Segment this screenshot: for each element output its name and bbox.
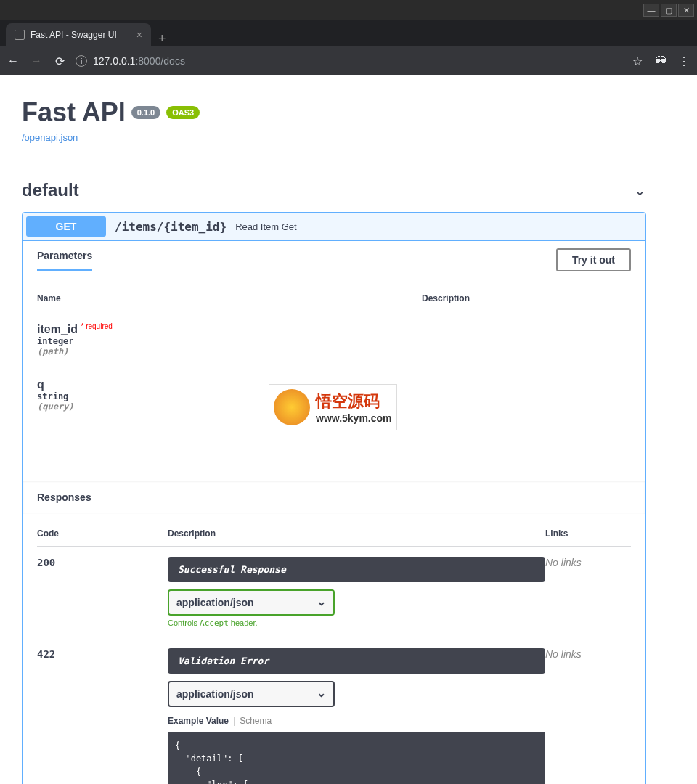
site-info-icon[interactable]: i	[76, 55, 87, 67]
resp-header-code: Code	[37, 528, 168, 539]
param-type: integer	[37, 336, 631, 346]
watermark-text: 悟空源码	[316, 391, 392, 412]
media-type-select[interactable]: application/json	[168, 589, 335, 616]
watermark-overlay: 悟空源码 www.5kym.com	[269, 384, 397, 430]
schema-tab[interactable]: Schema	[240, 716, 272, 726]
param-row: item_id * required integer (path)	[37, 311, 631, 367]
http-method: GET	[26, 216, 106, 237]
response-links: No links	[545, 557, 582, 628]
param-in: (path)	[37, 346, 631, 356]
response-code: 422	[37, 648, 168, 784]
tab-title: Fast API - Swagger UI	[30, 30, 117, 40]
close-window-button[interactable]: ✕	[678, 4, 694, 17]
media-type-value: application/json	[176, 597, 254, 608]
parameters-tab[interactable]: Parameters	[37, 250, 92, 271]
api-title: Fast API 0.1.0 OAS3	[22, 97, 646, 128]
response-row: 422 Validation Error application/json Ex…	[37, 638, 631, 784]
example-code: { "detail": [ { "loc": [ "string"	[168, 732, 545, 784]
responses-heading: Responses	[23, 481, 645, 514]
url-path: :8000/docs	[135, 55, 185, 67]
media-type-value: application/json	[176, 688, 254, 700]
example-tabs: Example Value|Schema	[168, 716, 545, 726]
url-host: 127.0.0.1	[93, 55, 135, 67]
openapi-link[interactable]: /openapi.json	[22, 132, 78, 143]
window-titlebar: — ▢ ✕	[0, 0, 697, 20]
version-badge: 0.1.0	[131, 106, 160, 119]
response-message: Successful Response	[168, 557, 545, 582]
media-type-select[interactable]: application/json	[168, 681, 335, 707]
try-it-out-button[interactable]: Try it out	[556, 248, 631, 271]
tag-header[interactable]: default ⌄	[22, 173, 646, 208]
browser-tabbar: Fast API - Swagger UI × +	[0, 20, 697, 46]
forward-icon: →	[29, 54, 44, 68]
param-header-description: Description	[422, 293, 470, 303]
param-name: item_id	[37, 323, 78, 335]
page-icon	[15, 30, 25, 40]
param-header-name: Name	[37, 293, 422, 303]
tag-name: default	[22, 180, 79, 200]
bookmark-icon[interactable]: ☆	[630, 54, 645, 68]
reload-icon[interactable]: ⟳	[52, 54, 67, 68]
response-message: Validation Error	[168, 648, 545, 674]
param-required: * required	[81, 322, 112, 330]
operation-path: /items/{item_id}	[115, 220, 227, 234]
chevron-down-icon: ⌄	[634, 181, 646, 199]
incognito-icon: 🕶	[653, 54, 668, 68]
watermark-icon	[274, 389, 310, 425]
browser-navbar: ← → ⟳ i 127.0.0.1:8000/docs ☆ 🕶 ⋮	[0, 46, 697, 75]
accept-header-note: Controls Accept header.	[168, 618, 545, 628]
close-tab-icon[interactable]: ×	[136, 29, 142, 41]
minimize-button[interactable]: —	[643, 4, 659, 17]
menu-icon[interactable]: ⋮	[677, 54, 691, 68]
operation-description: Read Item Get	[235, 221, 297, 232]
url-bar[interactable]: i 127.0.0.1:8000/docs	[76, 55, 621, 67]
oas-badge: OAS3	[166, 106, 200, 119]
api-title-text: Fast API	[22, 97, 126, 128]
back-icon[interactable]: ←	[6, 54, 20, 68]
response-row: 200 Successful Response application/json…	[37, 547, 631, 638]
browser-tab[interactable]: Fast API - Swagger UI ×	[6, 23, 151, 46]
example-value-tab[interactable]: Example Value	[168, 716, 229, 726]
operation-summary[interactable]: GET /items/{item_id} Read Item Get	[23, 213, 645, 240]
resp-header-description: Description	[168, 528, 545, 539]
new-tab-button[interactable]: +	[151, 31, 174, 46]
maximize-button[interactable]: ▢	[661, 4, 677, 17]
resp-header-links: Links	[545, 528, 631, 539]
response-code: 200	[37, 557, 168, 628]
response-links: No links	[545, 648, 582, 784]
watermark-url: www.5kym.com	[316, 412, 392, 424]
operation-block: GET /items/{item_id} Read Item Get Param…	[22, 212, 646, 784]
page-content-scroll[interactable]: Fast API 0.1.0 OAS3 /openapi.json defaul…	[0, 75, 697, 784]
